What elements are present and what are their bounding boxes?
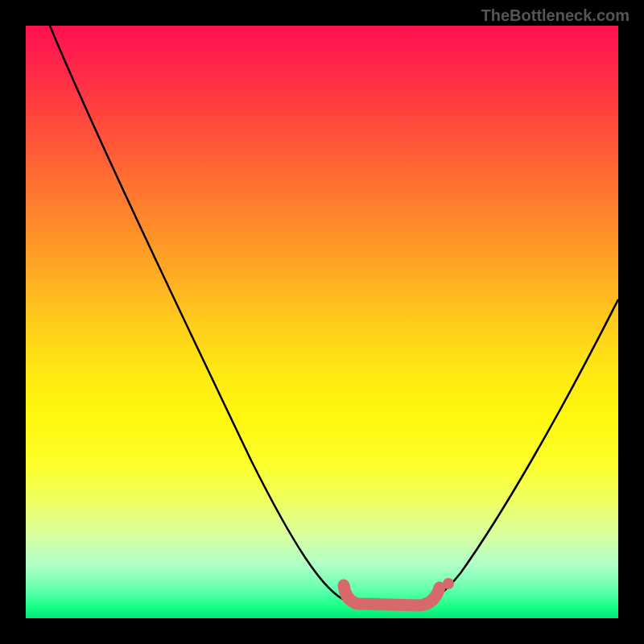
optimal-region-dot — [443, 578, 454, 589]
chart-svg — [26, 26, 618, 618]
chart-plot-area — [26, 26, 618, 618]
optimal-region-marker — [344, 585, 440, 605]
attribution-text: TheBottleneck.com — [481, 6, 630, 25]
bottleneck-curve-path — [50, 26, 618, 605]
